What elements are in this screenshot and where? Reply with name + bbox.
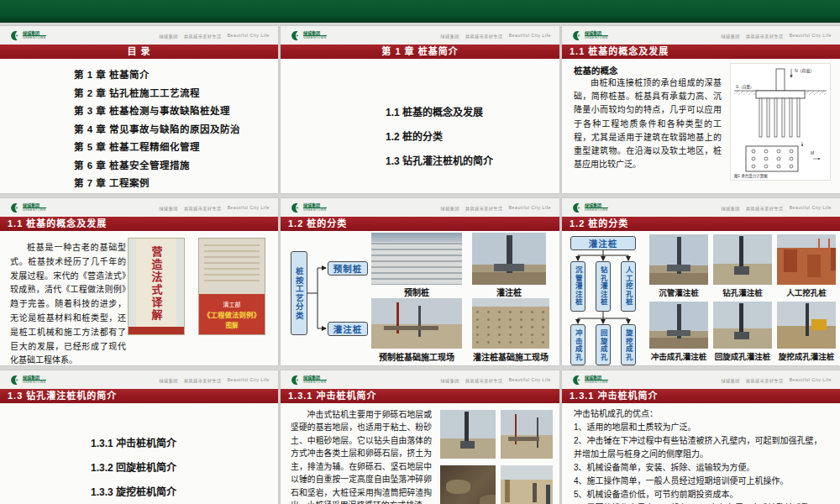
photo-rotary-circulation-pile bbox=[713, 302, 772, 349]
toc-item: 第 6 章 桩基安全管理措施 bbox=[74, 157, 278, 176]
photo-manual-dig-pile bbox=[777, 234, 836, 285]
impact-drill-paragraph: 冲击式钻机主要用于卵砾石地层或坚硬的基岩地层，也适用于粘土、粉砂土、中粗砂地层。… bbox=[291, 408, 432, 504]
photo-caption: 冲击成孔灌注桩 bbox=[644, 350, 713, 362]
flow-box-precast-pile: 预制桩 bbox=[328, 261, 368, 276]
svg-text:M: M bbox=[811, 150, 814, 155]
section-item: 1.3.3 旋挖桩机简介 bbox=[91, 480, 278, 504]
logo-text: 绿城集团GREENTOWN bbox=[23, 375, 46, 385]
greentown-logo-icon: * bbox=[572, 30, 583, 41]
slide-development[interactable]: * 绿城集团GREENTOWN 绿城集团共筑城市美好生活Beautiful Ci… bbox=[0, 198, 278, 365]
photo-caption: 钻孔灌注桩 bbox=[713, 286, 772, 298]
svg-text:*: * bbox=[297, 33, 299, 39]
photo-drill-bit-road bbox=[501, 465, 553, 504]
photo-impact-rig-1 bbox=[440, 410, 496, 459]
slide-machines-overview[interactable]: * 绿城集团GREENTOWN 绿城集团共筑城市美好生活Beautiful Ci… bbox=[0, 370, 278, 504]
photo-cast-in-place-rig bbox=[472, 233, 546, 285]
slide-title-bar: 1.1 桩基的概念及发展 bbox=[562, 45, 840, 59]
slide-impact-drill-intro[interactable]: * 绿城集团GREENTOWN 绿城集团共筑城市美好生活Beautiful Ci… bbox=[281, 370, 559, 504]
section-item: 1.3 钻孔灌注桩机的简介 bbox=[386, 150, 559, 174]
section-item: 1.1 桩基的概念及发展 bbox=[386, 101, 559, 125]
slide-title-bar: 1.3.1 冲击桩机简介 bbox=[562, 389, 840, 403]
flow-box-sunken-pipe: 沉管灌注桩 bbox=[570, 261, 585, 312]
slide-toc[interactable]: * 绿城集团GREENTOWN 绿城集团共筑城市美好生活Beautiful Ci… bbox=[0, 26, 278, 193]
logo-text: 绿城集团GREENTOWN bbox=[585, 31, 608, 40]
book-title: 营造法式译解 bbox=[149, 246, 165, 322]
advantages-line: 2、冲击锤在下冲过程中有些钻渣被挤入孔壁内，可起到加强孔壁，并增加土层与桩身之间… bbox=[574, 434, 828, 461]
svg-text:*: * bbox=[16, 33, 18, 39]
header-slogan: 绿城集团共筑城市美好生活Beautiful City Life bbox=[721, 377, 832, 383]
greentown-logo-icon: * bbox=[291, 30, 302, 41]
slide-title-bar: 1.1 桩基的概念及发展 bbox=[0, 217, 278, 231]
toc-item: 第 5 章 桩基工程精细化管理 bbox=[74, 139, 278, 157]
header-slogan: 绿城集团共筑城市美好生活Beautiful City Life bbox=[721, 205, 832, 211]
logo-text: 绿城集团GREENTOWN bbox=[23, 203, 46, 213]
slide-title-bar: 1.2 桩的分类 bbox=[281, 217, 559, 231]
svg-text:*: * bbox=[578, 205, 580, 212]
section-list: 1.1 桩基的概念及发展 1.2 桩的分类 1.3 钻孔灌注桩机的简介 bbox=[281, 59, 559, 174]
slides-preview-page: * 绿城集团GREENTOWN 绿城集团共筑城市美好生活Beautiful Ci… bbox=[0, 0, 840, 504]
greentown-logo: * 绿城集团GREENTOWN bbox=[291, 375, 327, 386]
photo-rotary-dig-pile bbox=[777, 302, 836, 349]
development-paragraph: 桩基是一种古老的基础型式。桩基技术经历了几千年的发展过程。宋代的《营造法式》较成… bbox=[10, 241, 126, 365]
slide-classification-types[interactable]: * 绿城集团GREENTOWN 绿城集团共筑城市美好生活Beautiful Ci… bbox=[562, 198, 840, 365]
photo-caption: 预制桩 bbox=[371, 286, 462, 298]
svg-text:N（荷载）: N（荷载） bbox=[795, 68, 815, 74]
slide-header: * 绿城集团GREENTOWN 绿城集团共筑城市美好生活Beautiful Ci… bbox=[562, 370, 840, 389]
greentown-logo-icon: * bbox=[291, 375, 302, 386]
section-item: 1.2 桩的分类 bbox=[386, 125, 559, 150]
header-slogan: 绿城集团共筑城市美好生活Beautiful City Life bbox=[159, 205, 270, 211]
logo-text: 绿城集团GREENTOWN bbox=[23, 31, 46, 40]
photo-caption: 预制桩基础施工现场 bbox=[365, 350, 469, 363]
greentown-logo-icon: * bbox=[572, 375, 583, 386]
slide-concept[interactable]: * 绿城集团GREENTOWN 绿城集团共筑城市美好生活Beautiful Ci… bbox=[562, 26, 840, 193]
photo-caption: 旋挖成孔灌注桩 bbox=[772, 350, 840, 362]
header-slogan: 绿城集团共筑城市美好生活Beautiful City Life bbox=[440, 205, 551, 211]
photo-caption: 灌注桩基础施工现场 bbox=[462, 350, 559, 363]
greentown-logo: * 绿城集团GREENTOWN bbox=[572, 375, 608, 386]
greentown-logo: * 绿城集团GREENTOWN bbox=[10, 375, 46, 386]
slide-impact-drill-advantages[interactable]: * 绿城集团GREENTOWN 绿城集团共筑城市美好生活Beautiful Ci… bbox=[562, 370, 840, 504]
header-slogan: 绿城集团共筑城市美好生活Beautiful City Life bbox=[440, 377, 551, 383]
book-gongcheng-zuofa: 清工部 《工程做法则例》 图解 bbox=[198, 238, 265, 335]
slide-chapter1[interactable]: * 绿城集团GREENTOWN 绿城集团共筑城市美好生活Beautiful Ci… bbox=[281, 26, 559, 193]
greentown-logo: * 绿城集团GREENTOWN bbox=[10, 30, 46, 41]
slide-header: * 绿城集团GREENTOWN 绿城集团共筑城市美好生活Beautiful Ci… bbox=[281, 198, 559, 217]
photo-impact-rig-2 bbox=[501, 410, 553, 459]
book-title-line: 图解 bbox=[226, 320, 239, 329]
toc-item: 第 1 章 桩基简介 bbox=[74, 66, 278, 85]
photo-sunken-pipe-pile bbox=[649, 234, 708, 285]
concept-paragraph: 由桩和连接桩顶的承台组成的深基础，简称桩基。桩基具有承载力高、沉降量小而较均匀的… bbox=[574, 76, 722, 171]
slide-header: * 绿城集团GREENTOWN 绿城集团共筑城市美好生活Beautiful Ci… bbox=[281, 370, 559, 389]
flow-box-bored-pile: 钻孔灌注桩 bbox=[596, 261, 611, 312]
slide-header: * 绿城集团GREENTOWN 绿城集团共筑城市美好生活Beautiful Ci… bbox=[562, 26, 840, 45]
photo-precast-site bbox=[371, 298, 462, 349]
header-slogan: 绿城集团共筑城市美好生活Beautiful City Life bbox=[721, 33, 832, 39]
slide-header: * 绿城集团GREENTOWN 绿城集团共筑城市美好生活Beautiful Ci… bbox=[0, 26, 278, 45]
slide-title-bar: 1.3.1 冲击桩机简介 bbox=[281, 389, 559, 403]
greentown-logo-icon: * bbox=[10, 375, 21, 386]
advantages-line: 4、施工操作简单，一般人员经过短期培训便可上机操作。 bbox=[574, 475, 828, 488]
greentown-logo: * 绿城集团GREENTOWN bbox=[572, 30, 608, 41]
advantages-line: 5、机械设备造价低，可节约前期投资成本。 bbox=[574, 488, 828, 501]
section-item: 1.3.2 回旋桩机简介 bbox=[91, 456, 278, 480]
slide-classification-process[interactable]: * 绿城集团GREENTOWN 绿城集团共筑城市美好生活Beautiful Ci… bbox=[281, 198, 559, 365]
logo-text: 绿城集团GREENTOWN bbox=[585, 203, 608, 213]
photo-caption: 人工挖孔桩 bbox=[777, 286, 836, 298]
slide-header: * 绿城集团GREENTOWN 绿城集团共筑城市美好生活Beautiful Ci… bbox=[0, 198, 278, 217]
greentown-logo: * 绿城集团GREENTOWN bbox=[572, 202, 608, 213]
greentown-logo-icon: * bbox=[291, 202, 302, 213]
slide-header: * 绿城集团GREENTOWN 绿城集团共筑城市美好生活Beautiful Ci… bbox=[0, 370, 278, 389]
flow-root-cast-in-place: 灌注桩 bbox=[570, 236, 636, 250]
slide-header: * 绿城集团GREENTOWN 绿城集团共筑城市美好生活Beautiful Ci… bbox=[281, 26, 559, 45]
pile-cap-diagram: N（荷载） G（自重） bbox=[730, 63, 831, 181]
toc-list: 第 1 章 桩基简介 第 2 章 钻孔桩施工工艺流程 第 3 章 桩基检测与事故… bbox=[0, 59, 278, 193]
toc-item: 第 4 章 常见事故与缺陷的原因及防治 bbox=[74, 121, 278, 139]
logo-text: 绿城集团GREENTOWN bbox=[585, 375, 608, 385]
slide-title-bar: 1.3 钻孔灌注桩机的简介 bbox=[0, 389, 278, 403]
section-list: 1.3.1 冲击桩机简介 1.3.2 回旋桩机简介 1.3.3 旋挖桩机简介 1… bbox=[0, 403, 278, 504]
svg-text:*: * bbox=[297, 377, 299, 384]
slides-grid: * 绿城集团GREENTOWN 绿城集团共筑城市美好生活Beautiful Ci… bbox=[0, 23, 840, 504]
top-green-band bbox=[0, 0, 840, 23]
svg-text:*: * bbox=[16, 377, 18, 384]
photo-drill-cuttings bbox=[440, 465, 496, 504]
